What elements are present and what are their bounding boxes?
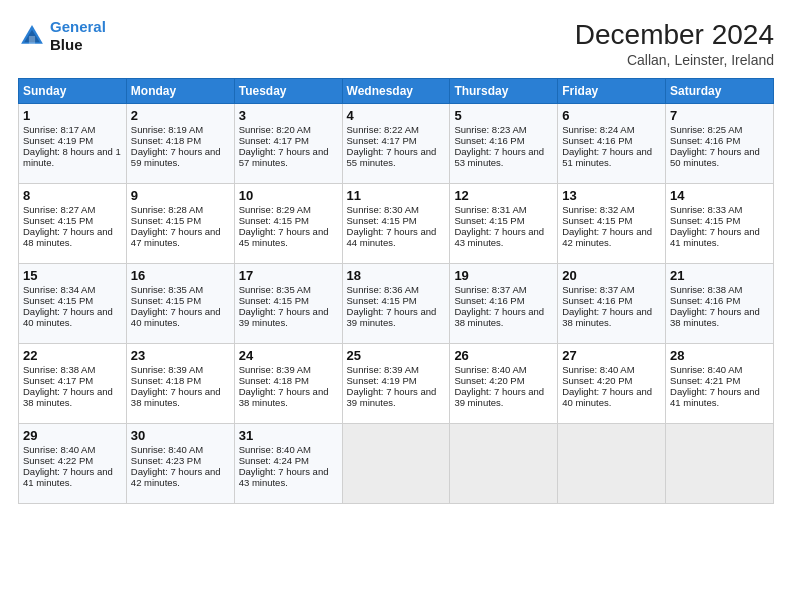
sunset-text: Sunset: 4:16 PM (454, 135, 524, 146)
sunrise-text: Sunrise: 8:30 AM (347, 204, 419, 215)
calendar-cell: 18Sunrise: 8:36 AMSunset: 4:15 PMDayligh… (342, 263, 450, 343)
day-number: 23 (131, 348, 230, 363)
daylight-text: Daylight: 7 hours and 59 minutes. (131, 146, 221, 168)
calendar-cell: 23Sunrise: 8:39 AMSunset: 4:18 PMDayligh… (126, 343, 234, 423)
day-number: 14 (670, 188, 769, 203)
day-number: 1 (23, 108, 122, 123)
logo-icon (18, 22, 46, 50)
sunset-text: Sunset: 4:17 PM (23, 375, 93, 386)
page-title: December 2024 (575, 18, 774, 52)
sunset-text: Sunset: 4:21 PM (670, 375, 740, 386)
page: General Blue December 2024 Callan, Leins… (0, 0, 792, 612)
calendar-cell: 22Sunrise: 8:38 AMSunset: 4:17 PMDayligh… (19, 343, 127, 423)
daylight-text: Daylight: 7 hours and 43 minutes. (239, 466, 329, 488)
calendar-cell: 17Sunrise: 8:35 AMSunset: 4:15 PMDayligh… (234, 263, 342, 343)
page-subtitle: Callan, Leinster, Ireland (575, 52, 774, 68)
sunrise-text: Sunrise: 8:40 AM (23, 444, 95, 455)
sunrise-text: Sunrise: 8:40 AM (239, 444, 311, 455)
daylight-text: Daylight: 7 hours and 42 minutes. (131, 466, 221, 488)
header-cell-wednesday: Wednesday (342, 78, 450, 103)
calendar-cell: 11Sunrise: 8:30 AMSunset: 4:15 PMDayligh… (342, 183, 450, 263)
calendar-cell: 12Sunrise: 8:31 AMSunset: 4:15 PMDayligh… (450, 183, 558, 263)
sunset-text: Sunset: 4:15 PM (131, 295, 201, 306)
sunset-text: Sunset: 4:22 PM (23, 455, 93, 466)
daylight-text: Daylight: 7 hours and 38 minutes. (23, 386, 113, 408)
day-number: 8 (23, 188, 122, 203)
day-number: 2 (131, 108, 230, 123)
sunrise-text: Sunrise: 8:37 AM (454, 284, 526, 295)
sunrise-text: Sunrise: 8:36 AM (347, 284, 419, 295)
daylight-text: Daylight: 7 hours and 44 minutes. (347, 226, 437, 248)
sunset-text: Sunset: 4:15 PM (239, 215, 309, 226)
sunset-text: Sunset: 4:20 PM (562, 375, 632, 386)
sunset-text: Sunset: 4:19 PM (347, 375, 417, 386)
daylight-text: Daylight: 8 hours and 1 minute. (23, 146, 121, 168)
daylight-text: Daylight: 7 hours and 50 minutes. (670, 146, 760, 168)
day-number: 3 (239, 108, 338, 123)
header-cell-thursday: Thursday (450, 78, 558, 103)
sunrise-text: Sunrise: 8:40 AM (670, 364, 742, 375)
sunrise-text: Sunrise: 8:40 AM (562, 364, 634, 375)
daylight-text: Daylight: 7 hours and 38 minutes. (131, 386, 221, 408)
sunset-text: Sunset: 4:15 PM (347, 215, 417, 226)
day-number: 18 (347, 268, 446, 283)
sunrise-text: Sunrise: 8:35 AM (239, 284, 311, 295)
calendar-cell: 28Sunrise: 8:40 AMSunset: 4:21 PMDayligh… (666, 343, 774, 423)
day-number: 5 (454, 108, 553, 123)
calendar-cell: 10Sunrise: 8:29 AMSunset: 4:15 PMDayligh… (234, 183, 342, 263)
day-number: 12 (454, 188, 553, 203)
day-number: 30 (131, 428, 230, 443)
daylight-text: Daylight: 7 hours and 55 minutes. (347, 146, 437, 168)
sunset-text: Sunset: 4:17 PM (239, 135, 309, 146)
day-number: 17 (239, 268, 338, 283)
day-number: 15 (23, 268, 122, 283)
calendar-cell: 29Sunrise: 8:40 AMSunset: 4:22 PMDayligh… (19, 423, 127, 503)
sunrise-text: Sunrise: 8:39 AM (131, 364, 203, 375)
sunrise-text: Sunrise: 8:40 AM (454, 364, 526, 375)
sunrise-text: Sunrise: 8:39 AM (347, 364, 419, 375)
calendar-cell: 27Sunrise: 8:40 AMSunset: 4:20 PMDayligh… (558, 343, 666, 423)
daylight-text: Daylight: 7 hours and 51 minutes. (562, 146, 652, 168)
logo: General Blue (18, 18, 106, 54)
day-number: 27 (562, 348, 661, 363)
day-number: 22 (23, 348, 122, 363)
sunrise-text: Sunrise: 8:23 AM (454, 124, 526, 135)
day-number: 26 (454, 348, 553, 363)
day-number: 29 (23, 428, 122, 443)
day-number: 7 (670, 108, 769, 123)
day-number: 16 (131, 268, 230, 283)
header: General Blue December 2024 Callan, Leins… (18, 18, 774, 68)
header-row: SundayMondayTuesdayWednesdayThursdayFrid… (19, 78, 774, 103)
sunrise-text: Sunrise: 8:37 AM (562, 284, 634, 295)
day-number: 28 (670, 348, 769, 363)
svg-rect-2 (29, 36, 35, 44)
sunrise-text: Sunrise: 8:20 AM (239, 124, 311, 135)
day-number: 25 (347, 348, 446, 363)
daylight-text: Daylight: 7 hours and 41 minutes. (23, 466, 113, 488)
header-cell-friday: Friday (558, 78, 666, 103)
calendar-cell: 5Sunrise: 8:23 AMSunset: 4:16 PMDaylight… (450, 103, 558, 183)
day-number: 6 (562, 108, 661, 123)
daylight-text: Daylight: 7 hours and 38 minutes. (562, 306, 652, 328)
sunset-text: Sunset: 4:15 PM (454, 215, 524, 226)
sunrise-text: Sunrise: 8:39 AM (239, 364, 311, 375)
day-number: 4 (347, 108, 446, 123)
sunset-text: Sunset: 4:16 PM (670, 295, 740, 306)
calendar-cell: 8Sunrise: 8:27 AMSunset: 4:15 PMDaylight… (19, 183, 127, 263)
calendar-cell: 2Sunrise: 8:19 AMSunset: 4:18 PMDaylight… (126, 103, 234, 183)
sunrise-text: Sunrise: 8:35 AM (131, 284, 203, 295)
sunrise-text: Sunrise: 8:19 AM (131, 124, 203, 135)
calendar-cell: 1Sunrise: 8:17 AMSunset: 4:19 PMDaylight… (19, 103, 127, 183)
logo-text: General Blue (50, 18, 106, 54)
calendar-cell (558, 423, 666, 503)
sunrise-text: Sunrise: 8:34 AM (23, 284, 95, 295)
calendar-cell (450, 423, 558, 503)
sunset-text: Sunset: 4:15 PM (239, 295, 309, 306)
sunset-text: Sunset: 4:15 PM (670, 215, 740, 226)
week-row-2: 8Sunrise: 8:27 AMSunset: 4:15 PMDaylight… (19, 183, 774, 263)
sunset-text: Sunset: 4:15 PM (131, 215, 201, 226)
daylight-text: Daylight: 7 hours and 53 minutes. (454, 146, 544, 168)
daylight-text: Daylight: 7 hours and 40 minutes. (131, 306, 221, 328)
daylight-text: Daylight: 7 hours and 47 minutes. (131, 226, 221, 248)
daylight-text: Daylight: 7 hours and 40 minutes. (23, 306, 113, 328)
